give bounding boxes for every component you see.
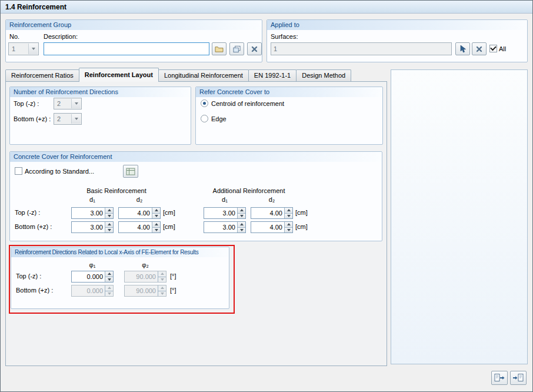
group-number-select[interactable]: 1 — [8, 42, 39, 55]
reinforcement-layout-tab-page: Number of Reinforcement Directions Top (… — [5, 81, 387, 366]
edge-radio[interactable] — [201, 115, 208, 122]
tab-design-method[interactable]: Design Method — [296, 69, 351, 81]
group-title-result-directions: Reinforcement Directions Related to Loca… — [11, 247, 229, 257]
refer-cover-box: Refer Concrete Cover to Centroid of rein… — [195, 87, 383, 145]
spinner-up-icon[interactable] — [237, 222, 245, 227]
spinner-up-icon — [105, 285, 113, 291]
degree-unit-label: [°] — [170, 273, 176, 280]
spinner-up-icon[interactable] — [105, 222, 113, 227]
tab-reinforcement-ratios[interactable]: Reinforcement Ratios — [5, 69, 79, 81]
phi1-header: φ₁ — [71, 261, 114, 269]
spinner-additional-d1-top[interactable]: 3.00 — [204, 207, 246, 219]
standard-settings-button[interactable] — [123, 165, 138, 178]
tab-longitudinal-reinforcement[interactable]: Longitudinal Reinforcement — [158, 69, 249, 81]
spinner-up-icon[interactable] — [237, 208, 245, 213]
spinner-basic-d2-bottom[interactable]: 4.00 — [118, 221, 161, 233]
description-input[interactable] — [44, 42, 209, 55]
spinner-value: 4.00 — [252, 208, 282, 218]
chevron-down-icon — [71, 114, 81, 124]
spinner-basic-d1-top[interactable]: 3.00 — [71, 207, 114, 219]
spinner-down-icon[interactable] — [237, 227, 245, 233]
spinner-phi1-top[interactable]: 0.000 — [71, 271, 114, 283]
spinner-value: 4.00 — [120, 222, 150, 232]
spinner-up-icon[interactable] — [152, 208, 160, 213]
restore-defaults-icon — [512, 373, 524, 383]
spinner-buttons — [284, 222, 292, 232]
delete-x-icon — [251, 46, 258, 52]
centroid-radio-label[interactable]: Centroid of reinforcement — [211, 100, 284, 108]
new-group-button[interactable] — [212, 42, 226, 55]
centroid-radio[interactable] — [201, 99, 208, 107]
spinner-down-icon[interactable] — [105, 277, 113, 283]
spinner-down-icon[interactable] — [284, 227, 292, 233]
restore-defaults-button[interactable] — [510, 371, 527, 385]
spinner-value: 0.000 — [73, 285, 103, 296]
all-surfaces-label: All — [499, 45, 506, 53]
additional-d1-header: d₁ — [204, 196, 246, 204]
description-label: Description: — [44, 33, 78, 41]
basic-d2-header: d₂ — [118, 196, 161, 204]
spinner-up-icon[interactable] — [105, 271, 113, 277]
spinner-value: 90.000 — [126, 271, 156, 282]
top-z-label: Top (-z) : — [14, 100, 39, 108]
spinner-down-icon — [158, 277, 166, 283]
according-to-standard-checkbox[interactable] — [15, 167, 22, 175]
clear-surfaces-button[interactable] — [472, 42, 487, 55]
bottom-directions-value: 2 — [57, 114, 71, 124]
spinner-down-icon[interactable] — [237, 213, 245, 219]
spinner-up-icon[interactable] — [152, 222, 160, 227]
pick-surfaces-button[interactable] — [455, 42, 470, 55]
spinner-down-icon[interactable] — [284, 213, 292, 219]
all-surfaces-checkbox[interactable] — [489, 45, 497, 52]
spinner-buttons — [237, 222, 245, 232]
according-to-standard-label[interactable]: According to Standard... — [25, 168, 94, 175]
edge-radio-label[interactable]: Edge — [211, 115, 226, 123]
spinner-buttons — [105, 285, 113, 296]
result-bottom-row-label: Bottom (+z) : — [16, 287, 53, 294]
spinner-value: 3.00 — [205, 222, 235, 232]
basic-reinforcement-header: Basic Reinforcement — [71, 187, 162, 195]
spinner-buttons — [158, 285, 166, 296]
spinner-additional-d2-top[interactable]: 4.00 — [251, 207, 293, 219]
spinner-basic-d2-top[interactable]: 4.00 — [118, 207, 161, 219]
cm-unit-label: [cm] — [163, 223, 175, 231]
spinner-buttons — [105, 271, 113, 282]
spinner-value: 90.000 — [126, 285, 156, 296]
phi2-header: φ₂ — [124, 261, 166, 269]
top-directions-value: 2 — [57, 98, 71, 109]
group-title-number-of-directions: Number of Reinforcement Directions — [10, 87, 191, 97]
result-top-row-label: Top (-z) : — [16, 273, 41, 280]
spinner-basic-d1-bottom[interactable]: 3.00 — [71, 221, 114, 233]
tab-reinforcement-layout[interactable]: Reinforcement Layout — [79, 68, 159, 82]
applied-to-box: Applied to Surfaces: All — [266, 19, 528, 62]
spinner-up-icon[interactable] — [284, 222, 292, 227]
spinner-additional-d2-bottom[interactable]: 4.00 — [251, 221, 293, 233]
copy-icon — [232, 45, 241, 53]
chevron-down-icon[interactable] — [28, 44, 38, 54]
delete-group-button[interactable] — [247, 42, 262, 55]
spinner-up-icon[interactable] — [105, 208, 113, 213]
spinner-down-icon[interactable] — [152, 213, 160, 219]
no-label: No. — [9, 33, 19, 41]
group-number-value: 1 — [12, 43, 28, 55]
tab-en-1992-1-1[interactable]: EN 1992-1-1 — [248, 69, 297, 81]
delete-x-icon — [476, 46, 482, 52]
group-title-refer-cover: Refer Concrete Cover to — [196, 87, 382, 97]
spinner-phi2-top: 90.000 — [124, 271, 166, 283]
spinner-down-icon[interactable] — [105, 213, 113, 219]
group-title-concrete-cover: Concrete Cover for Reinforcement — [10, 152, 382, 162]
reinforcement-dialog: 1.4 Reinforcement Reinforcement Group No… — [0, 0, 533, 392]
spinner-down-icon[interactable] — [105, 227, 113, 233]
save-defaults-button[interactable] — [491, 371, 508, 385]
spinner-value: 4.00 — [252, 222, 282, 232]
dialog-titlebar: 1.4 Reinforcement — [1, 1, 532, 14]
spinner-value: 4.00 — [120, 208, 150, 218]
basic-d1-header: d₁ — [71, 196, 114, 204]
spinner-up-icon — [158, 285, 166, 291]
spinner-up-icon[interactable] — [284, 208, 292, 213]
surfaces-label: Surfaces: — [271, 33, 298, 41]
spinner-additional-d1-bottom[interactable]: 3.00 — [204, 221, 246, 233]
copy-group-button[interactable] — [229, 42, 244, 55]
spinner-down-icon[interactable] — [152, 227, 160, 233]
cm-unit-label: [cm] — [295, 223, 308, 231]
